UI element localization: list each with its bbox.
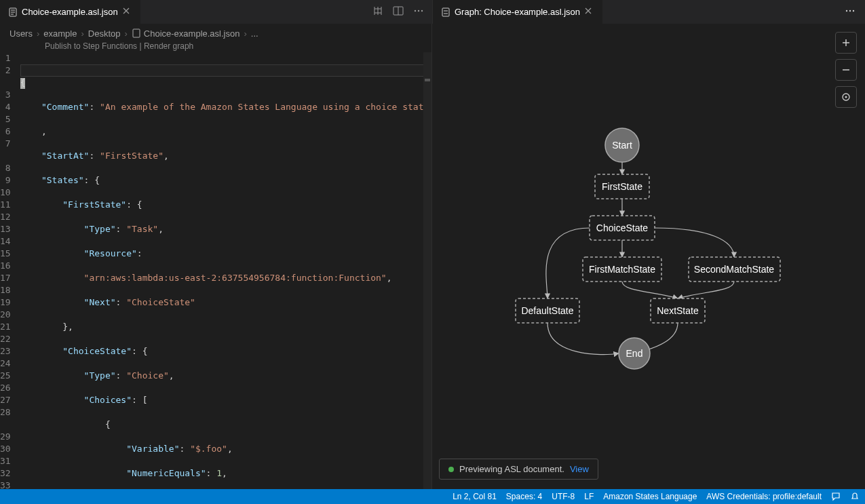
more-icon[interactable] — [845, 8, 856, 18]
status-eol[interactable]: LF — [584, 492, 594, 501]
tab-label: Graph: Choice-example.asl.json — [455, 7, 580, 17]
tab-bar: Choice-example.asl.json Graph: Choice-ex… — [0, 0, 865, 24]
run-icon[interactable] — [372, 5, 383, 18]
feedback-icon[interactable] — [831, 492, 841, 501]
graph-file-icon — [441, 7, 450, 17]
center-button[interactable] — [835, 86, 857, 108]
svg-point-8 — [415, 10, 416, 12]
json-file-icon — [132, 28, 141, 38]
main-area: Users › example › Desktop › Choice-examp… — [0, 24, 865, 489]
svg-text:Start: Start — [612, 140, 632, 151]
code-lines[interactable]: { "Comment": "An example of the Amazon S… — [20, 52, 431, 489]
code-editor[interactable]: 1234567891011121314151617181920212223242… — [0, 52, 431, 489]
tab-group-left: Choice-example.asl.json — [0, 0, 432, 24]
close-icon[interactable] — [122, 7, 132, 17]
breadcrumb-segment[interactable]: ... — [251, 28, 258, 39]
svg-text:FirstState: FirstState — [602, 181, 642, 192]
breadcrumb-segment[interactable]: Desktop — [88, 28, 121, 39]
svg-rect-11 — [442, 8, 449, 16]
breadcrumb-segment[interactable]: Choice-example.asl.json — [144, 28, 240, 39]
status-aws-credentials[interactable]: AWS Credentials: profile:default — [706, 492, 822, 501]
svg-text:NextState: NextState — [657, 305, 699, 316]
svg-rect-19 — [133, 29, 140, 37]
status-bar: Ln 2, Col 81 Spaces: 4 UTF-8 LF Amazon S… — [0, 489, 865, 504]
svg-text:ChoiceState: ChoiceState — [596, 222, 648, 233]
tab-label: Choice-example.asl.json — [22, 7, 118, 17]
editor-pane: Users › example › Desktop › Choice-examp… — [0, 24, 432, 489]
preview-view-link[interactable]: View — [570, 464, 589, 474]
svg-text:FirstMatchState: FirstMatchState — [589, 264, 655, 275]
status-cursor-pos[interactable]: Ln 2, Col 81 — [453, 492, 497, 501]
chevron-right-icon: › — [244, 28, 246, 39]
zoom-out-button[interactable] — [835, 59, 857, 81]
split-editor-icon[interactable] — [393, 5, 404, 18]
more-icon[interactable] — [413, 5, 424, 18]
tab-graph[interactable]: Graph: Choice-example.asl.json — [433, 0, 602, 24]
chevron-right-icon: › — [37, 28, 39, 39]
svg-text:DefaultState: DefaultState — [521, 305, 573, 316]
status-dot-icon — [448, 467, 454, 472]
breadcrumb-segment[interactable]: example — [43, 28, 77, 39]
graph-pane: Start FirstState ChoiceState FirstMatchS… — [432, 24, 865, 489]
graph-toolbar — [835, 32, 857, 108]
state-machine-graph[interactable]: Start FirstState ChoiceState FirstMatchS… — [432, 24, 865, 489]
status-encoding[interactable]: UTF-8 — [552, 492, 575, 501]
json-file-icon — [8, 7, 18, 17]
svg-point-18 — [853, 10, 854, 12]
zoom-in-button[interactable] — [835, 32, 857, 54]
svg-point-24 — [845, 96, 847, 98]
tab-editor[interactable]: Choice-example.asl.json — [0, 0, 140, 24]
tab-group-right: Graph: Choice-example.asl.json — [432, 0, 865, 24]
line-highlight — [20, 64, 431, 77]
line-gutter: 1234567891011121314151617181920212223242… — [0, 52, 20, 489]
graph-tab-actions — [835, 5, 865, 18]
notifications-icon[interactable] — [850, 492, 860, 501]
svg-point-10 — [421, 10, 423, 12]
preview-text: Previewing ASL document. — [459, 464, 564, 474]
code-lens: Publish to Step Functions | Render graph — [0, 40, 431, 52]
status-indent[interactable]: Spaces: 4 — [506, 492, 542, 501]
breadcrumb[interactable]: Users › example › Desktop › Choice-examp… — [0, 24, 431, 40]
chevron-right-icon: › — [124, 28, 127, 39]
overview-ruler[interactable] — [423, 52, 431, 489]
preview-status: Previewing ASL document. View — [439, 459, 598, 480]
svg-point-9 — [418, 10, 419, 12]
codelens-publish[interactable]: Publish to Step Functions — [45, 41, 137, 51]
svg-text:End: End — [626, 348, 643, 359]
close-icon[interactable] — [584, 7, 594, 17]
svg-point-17 — [849, 10, 851, 12]
editor-tab-actions — [364, 5, 432, 18]
svg-text:SecondMatchState: SecondMatchState — [694, 264, 775, 275]
svg-point-16 — [846, 10, 847, 12]
breadcrumb-segment[interactable]: Users — [9, 28, 33, 39]
codelens-render[interactable]: Render graph — [144, 41, 193, 51]
chevron-right-icon: › — [81, 28, 83, 39]
status-language[interactable]: Amazon States Language — [603, 492, 697, 501]
